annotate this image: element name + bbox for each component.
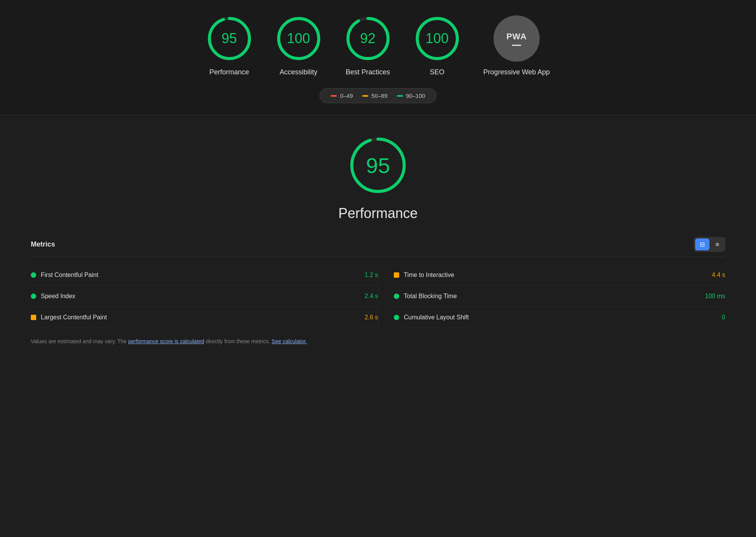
metric-left-si: Speed Index	[31, 293, 75, 300]
score-circle-performance: 95	[206, 15, 253, 62]
score-item-accessibility[interactable]: 100 Accessibility	[276, 15, 322, 77]
legend-label-medium: 50–89	[371, 92, 388, 99]
metric-indicator-cls	[394, 315, 399, 320]
metric-value-lcp: 2.6 s	[365, 314, 378, 321]
metric-indicator-tbt	[394, 294, 399, 299]
score-label-seo: SEO	[430, 68, 445, 77]
metric-name-lcp: Largest Contentful Paint	[41, 314, 107, 321]
metric-value-fcp: 1.2 s	[365, 272, 378, 279]
footnote-link-see-calculator[interactable]: See calculator.	[272, 338, 307, 344]
score-label-best-practices: Best Practices	[346, 68, 390, 77]
pwa-dash	[512, 45, 521, 46]
metric-indicator-lcp	[31, 315, 36, 320]
legend-item-low: 0–49	[331, 92, 353, 99]
metric-name-tti: Time to Interactive	[404, 272, 454, 279]
score-value-seo: 100	[426, 30, 449, 47]
metric-row-si: Speed Index 2.4 s	[31, 286, 378, 307]
top-section: 95 Performance 100 Accessibility	[0, 0, 756, 115]
metric-left-tti: Time to Interactive	[394, 272, 454, 279]
score-circle-best-practices: 92	[345, 15, 391, 62]
metrics-section: Metrics ⊟ ≡ First Contentful Paint	[31, 237, 725, 346]
metric-indicator-si	[31, 294, 36, 299]
score-circle-seo: 100	[414, 15, 460, 62]
score-value-performance: 95	[222, 30, 237, 47]
toggle-btn-list[interactable]: ≡	[711, 238, 724, 250]
metric-left-fcp: First Contentful Paint	[31, 272, 98, 279]
perf-main-circle: 95	[347, 134, 409, 196]
score-label-performance: Performance	[209, 68, 249, 77]
score-item-pwa[interactable]: PWA Progressive Web App	[483, 15, 550, 77]
metrics-grid: First Contentful Paint 1.2 s Speed Index…	[31, 265, 725, 328]
metric-name-si: Speed Index	[41, 293, 75, 300]
metric-value-tbt: 100 ms	[705, 293, 725, 300]
legend-dot-orange	[362, 95, 368, 97]
metrics-col-left: First Contentful Paint 1.2 s Speed Index…	[31, 265, 378, 328]
perf-main-title: Performance	[338, 205, 418, 222]
score-value-accessibility: 100	[287, 30, 310, 47]
legend-dot-red	[331, 95, 337, 97]
toggle-btn-grid[interactable]: ⊟	[695, 238, 709, 250]
footnote-link-calculator[interactable]: performance score is calculated	[128, 338, 204, 344]
view-toggle[interactable]: ⊟ ≡	[694, 237, 725, 252]
pwa-circle: PWA	[493, 15, 540, 62]
score-item-seo[interactable]: 100 SEO	[414, 15, 460, 77]
metric-indicator-fcp	[31, 272, 36, 278]
perf-score-center: 95 Performance	[31, 134, 725, 222]
metrics-title: Metrics	[31, 240, 55, 248]
metric-row-tbt: Total Blocking Time 100 ms	[394, 286, 725, 307]
grid-icon: ⊟	[700, 241, 705, 248]
metric-row-tti: Time to Interactive 4.4 s	[394, 265, 725, 286]
footnote-text-before: Values are estimated and may vary. The	[31, 338, 128, 344]
metric-value-si: 2.4 s	[365, 293, 378, 300]
score-circle-accessibility: 100	[276, 15, 322, 62]
legend-dot-green	[397, 95, 403, 97]
metric-value-cls: 0	[722, 314, 725, 321]
metric-left-tbt: Total Blocking Time	[394, 293, 457, 300]
list-icon: ≡	[716, 241, 719, 248]
metric-row-fcp: First Contentful Paint 1.2 s	[31, 265, 378, 286]
legend-label-high: 90–100	[406, 92, 425, 99]
score-label-pwa: Progressive Web App	[483, 68, 550, 77]
score-item-best-practices[interactable]: 92 Best Practices	[345, 15, 391, 77]
metrics-col-right: Time to Interactive 4.4 s Total Blocking…	[378, 265, 725, 328]
footnote-text-middle: directly from these metrics.	[204, 338, 272, 344]
score-item-performance[interactable]: 95 Performance	[206, 15, 253, 77]
score-label-accessibility: Accessibility	[280, 68, 318, 77]
legend: 0–49 50–89 90–100	[319, 88, 436, 103]
score-value-best-practices: 92	[360, 30, 376, 47]
metric-name-tbt: Total Blocking Time	[404, 293, 457, 300]
scores-row: 95 Performance 100 Accessibility	[8, 15, 748, 77]
legend-label-low: 0–49	[340, 92, 353, 99]
metrics-header: Metrics ⊟ ≡	[31, 237, 725, 257]
main-section: 95 Performance Metrics ⊟ ≡	[0, 115, 756, 361]
metric-left-cls: Cumulative Layout Shift	[394, 314, 469, 321]
legend-item-medium: 50–89	[362, 92, 388, 99]
perf-main-value: 95	[366, 153, 390, 178]
metric-row-lcp: Largest Contentful Paint 2.6 s	[31, 307, 378, 328]
metric-name-fcp: First Contentful Paint	[41, 272, 98, 279]
metric-row-cls: Cumulative Layout Shift 0	[394, 307, 725, 328]
legend-item-high: 90–100	[397, 92, 425, 99]
metric-indicator-tti	[394, 272, 399, 278]
metric-left-lcp: Largest Contentful Paint	[31, 314, 107, 321]
metric-value-tti: 4.4 s	[712, 272, 725, 279]
pwa-text: PWA	[506, 32, 527, 42]
metric-name-cls: Cumulative Layout Shift	[404, 314, 469, 321]
footnote: Values are estimated and may vary. The p…	[31, 337, 725, 346]
